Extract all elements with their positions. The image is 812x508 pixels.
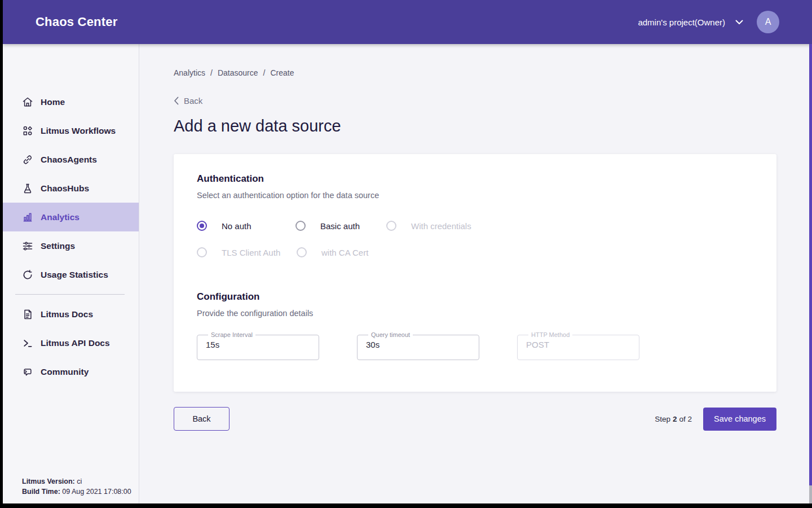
scrollbar-track[interactable] — [809, 485, 812, 503]
radio-label: No auth — [222, 221, 251, 231]
configuration-subtitle: Provide the configuration details — [197, 309, 753, 318]
auth-options-row-1: No auth Basic auth With credentials — [197, 221, 753, 231]
http-method-field: HTTP Method — [517, 331, 639, 360]
sidebar-item-label: Litmus Workflows — [41, 126, 116, 136]
scrape-interval-label: Scrape Interval — [208, 331, 255, 338]
sidebar-item-label: Usage Statistics — [41, 270, 108, 280]
auth-options-row-2: TLS Client Auth with CA Cert — [197, 247, 753, 257]
page-title: Add a new data source — [174, 117, 812, 135]
breadcrumb-datasource[interactable]: Datasource — [218, 68, 258, 77]
breadcrumb-analytics[interactable]: Analytics — [174, 68, 205, 77]
radio-tls-client-auth: TLS Client Auth — [197, 247, 297, 257]
radio-label: with CA Cert — [321, 248, 368, 257]
home-icon — [22, 97, 33, 108]
radio-label: Basic auth — [320, 221, 360, 231]
breadcrumb: Analytics / Datasource / Create — [174, 68, 812, 77]
radio-circle[interactable] — [295, 221, 306, 231]
avatar-initial: A — [765, 17, 771, 27]
radio-no-auth[interactable]: No auth — [197, 221, 295, 231]
header-right: admin's project(Owner) A — [638, 11, 779, 33]
sidebar: Home Litmus Workflows ChaosAgents ChaosH… — [3, 44, 139, 503]
radio-basic-auth[interactable]: Basic auth — [295, 221, 386, 231]
refresh-icon — [22, 269, 33, 281]
sidebar-item-settings[interactable]: Settings — [3, 231, 139, 260]
radio-label: With credentials — [411, 221, 471, 231]
step-prefix: Step — [655, 415, 670, 423]
sidebar-item-label: Analytics — [41, 212, 80, 222]
configuration-fields-row: Scrape Interval Query timeout HTTP Metho… — [197, 331, 753, 360]
http-method-input — [526, 340, 630, 349]
chat-icon — [22, 366, 33, 378]
step-current: 2 — [673, 415, 677, 423]
sidebar-item-usage-statistics[interactable]: Usage Statistics — [3, 260, 139, 289]
breadcrumb-create: Create — [270, 68, 294, 77]
document-icon — [22, 309, 33, 320]
flask-icon — [22, 183, 33, 194]
litmus-version-label: Litmus Version: — [22, 478, 75, 485]
http-method-label: HTTP Method — [528, 331, 572, 338]
sidebar-item-label: Community — [41, 367, 89, 377]
sidebar-item-label: Litmus API Docs — [41, 338, 110, 348]
sidebar-item-analytics[interactable]: Analytics — [3, 203, 139, 231]
sidebar-item-community[interactable]: Community — [3, 357, 139, 386]
chevron-left-icon — [174, 97, 179, 105]
link-icon — [22, 154, 33, 165]
main-content: Analytics / Datasource / Create Back Add… — [139, 44, 812, 503]
build-time-label: Build Time: — [22, 488, 60, 496]
query-timeout-label: Query timeout — [368, 331, 413, 338]
sidebar-item-litmus-api-docs[interactable]: Litmus API Docs — [3, 329, 139, 357]
authentication-heading: Authentication — [197, 173, 753, 185]
sidebar-item-label: ChaosAgents — [41, 155, 97, 165]
query-timeout-field: Query timeout — [357, 331, 479, 360]
radio-circle[interactable] — [197, 221, 207, 231]
build-time-value: 09 Aug 2021 17:08:00 — [62, 488, 131, 496]
radio-with-ca-cert: with CA Cert — [297, 247, 368, 257]
sidebar-item-chaosagents[interactable]: ChaosAgents — [3, 145, 139, 174]
form-footer: Back Step2of 2 Save changes — [174, 407, 776, 431]
radio-with-credentials: With credentials — [386, 221, 471, 231]
litmus-version-value: ci — [77, 478, 82, 485]
sidebar-item-label: ChaosHubs — [41, 183, 89, 194]
sidebar-item-chaoshubs[interactable]: ChaosHubs — [3, 174, 139, 203]
back-link-label: Back — [184, 96, 202, 106]
scrollbar-thumb[interactable] — [809, 44, 812, 485]
top-header: Chaos Center admin's project(Owner) A — [3, 0, 812, 44]
authentication-subtitle: Select an authentication option for the … — [197, 191, 753, 200]
back-link[interactable]: Back — [174, 96, 812, 106]
sliders-icon — [22, 240, 33, 252]
step-indicator: Step2of 2 — [655, 415, 692, 423]
configuration-heading: Configuration — [197, 291, 753, 303]
radio-circle — [386, 221, 396, 231]
sidebar-item-label: Settings — [41, 241, 75, 251]
query-timeout-input[interactable] — [366, 340, 470, 349]
sidebar-divider — [15, 294, 125, 295]
app-window: Chaos Center admin's project(Owner) A Ho… — [3, 0, 812, 503]
scrape-interval-input[interactable] — [206, 340, 310, 349]
app-title: Chaos Center — [36, 15, 117, 29]
project-selector[interactable]: admin's project(Owner) — [638, 17, 743, 27]
radio-label: TLS Client Auth — [222, 248, 280, 257]
radio-circle — [297, 247, 307, 257]
terminal-icon — [22, 338, 33, 349]
build-time-line: Build Time: 09 Aug 2021 17:08:00 — [22, 487, 131, 497]
breadcrumb-separator: / — [210, 68, 213, 77]
bar-chart-icon — [22, 212, 33, 223]
datasource-form-card: Authentication Select an authentication … — [174, 154, 776, 392]
back-button[interactable]: Back — [174, 407, 230, 431]
chevron-down-icon — [735, 20, 743, 25]
scrape-interval-field: Scrape Interval — [197, 331, 319, 360]
sidebar-version-info: Litmus Version: ci Build Time: 09 Aug 20… — [22, 476, 131, 497]
sidebar-item-label: Home — [41, 97, 65, 107]
avatar[interactable]: A — [757, 11, 779, 33]
radio-circle — [197, 247, 207, 257]
sidebar-item-litmus-docs[interactable]: Litmus Docs — [3, 300, 139, 329]
project-selector-label: admin's project(Owner) — [638, 17, 725, 27]
sidebar-item-litmus-workflows[interactable]: Litmus Workflows — [3, 116, 139, 145]
step-suffix: of 2 — [679, 415, 692, 423]
sidebar-item-home[interactable]: Home — [3, 87, 139, 116]
breadcrumb-separator: / — [263, 68, 266, 77]
workflows-icon — [22, 125, 33, 137]
sidebar-item-label: Litmus Docs — [41, 309, 93, 319]
save-changes-button[interactable]: Save changes — [703, 408, 776, 431]
litmus-version-line: Litmus Version: ci — [22, 476, 131, 487]
